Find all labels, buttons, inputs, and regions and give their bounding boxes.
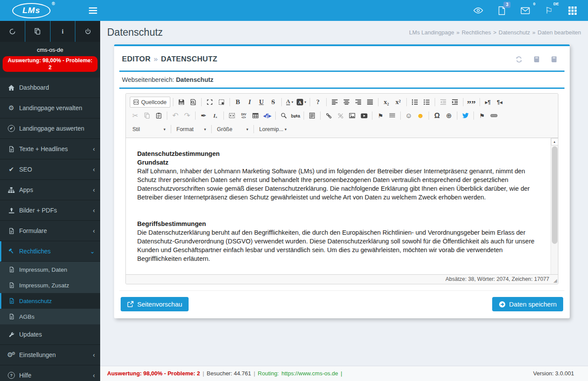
daten-speichern-button[interactable]: Daten speichern xyxy=(492,297,563,311)
panel-book-button-1[interactable] xyxy=(533,56,540,63)
find-button[interactable] xyxy=(278,110,289,121)
about-button[interactable]: ? xyxy=(313,97,324,108)
submenu-item-agbs[interactable]: AGBs xyxy=(0,309,100,324)
bold-button[interactable]: B xyxy=(233,97,243,108)
bg-color-button[interactable]: A▾ xyxy=(296,97,307,108)
templates-button[interactable] xyxy=(226,110,237,121)
select-all-button[interactable] xyxy=(307,110,318,121)
div-container-button[interactable]: DIV</> xyxy=(238,110,249,121)
lms-logo[interactable]: LMs ® xyxy=(12,3,51,18)
align-center-button[interactable] xyxy=(341,97,352,108)
format-dropdown[interactable]: Format▾ xyxy=(173,124,209,135)
submenu-item-datenschutz[interactable]: Datenschutz xyxy=(0,293,100,309)
lorem-dropdown[interactable]: Loremip...▾ xyxy=(256,124,289,135)
sidebar-item-apps[interactable]: Apps ‹ xyxy=(0,180,100,200)
line-spacing-button[interactable] xyxy=(387,110,398,121)
submenu-item-impressum-daten[interactable]: Impressum, Daten xyxy=(0,262,100,277)
size-dropdown[interactable]: Größe▾ xyxy=(214,124,251,135)
align-justify-button[interactable] xyxy=(365,97,375,108)
evaluation-status-badge[interactable]: Auswertung: 98,00% - Probleme: 2 xyxy=(3,56,98,72)
anchor-flag-button[interactable]: ⚑ xyxy=(476,110,487,121)
redo-button[interactable]: ↷ xyxy=(182,110,193,121)
replace-button[interactable]: b⇄a xyxy=(290,110,301,121)
special-char-button[interactable]: Ω xyxy=(432,110,443,121)
outdent-button[interactable] xyxy=(438,97,449,108)
sidebar-item-rechtliches[interactable]: Rechtliches ⌄ xyxy=(0,241,100,262)
refresh-button[interactable] xyxy=(0,21,25,42)
sidebar-item-updates[interactable]: Updates xyxy=(0,324,100,345)
copy-pages-button[interactable] xyxy=(25,21,50,42)
bidi-ltr-button[interactable]: ▸¶ xyxy=(483,97,493,108)
italic-button[interactable]: I xyxy=(244,97,255,108)
editor-scrollbar[interactable]: ▲ xyxy=(551,138,558,274)
editor-content[interactable]: Datenschutzbestimmungen Grundsatz Ralf L… xyxy=(126,138,551,274)
breadcrumb-item[interactable]: Datenschutz xyxy=(499,29,530,36)
footer-routing-link[interactable]: https://www.cms-os.de xyxy=(281,370,338,377)
link-button[interactable] xyxy=(323,110,334,121)
bulleted-list-button[interactable] xyxy=(421,97,432,108)
indent-button[interactable] xyxy=(449,97,460,108)
copy-formatting-button[interactable]: ✒ xyxy=(198,110,209,121)
bidi-rtl-button[interactable]: ¶◂ xyxy=(494,97,505,108)
messages-button[interactable]: 0 xyxy=(520,5,531,16)
emoji-button[interactable]: ☻ xyxy=(415,110,426,121)
gear-icon: ⚙ xyxy=(7,104,16,112)
panel-book-button-2[interactable] xyxy=(551,56,558,63)
flag-button[interactable]: ⚑ xyxy=(375,110,386,121)
globe-button[interactable]: ⊕ xyxy=(443,110,454,121)
underline-button[interactable]: U xyxy=(256,97,267,108)
align-left-button[interactable] xyxy=(329,97,340,108)
align-right-button[interactable] xyxy=(353,97,364,108)
source-button[interactable]: Quellcode xyxy=(130,97,170,108)
language-button[interactable]: ⚐ DE xyxy=(544,5,554,16)
sidebar-item-bilder-pdfs[interactable]: Bilder + PDFs ‹ xyxy=(0,200,100,221)
sidebar-toggle-button[interactable] xyxy=(85,3,100,18)
sidebar-item-landingpage-verwalten[interactable]: ⚙ Landingpage verwalten xyxy=(0,98,100,118)
sidebar-item-dashboard[interactable]: Dashboard xyxy=(0,78,100,98)
paste-button[interactable] xyxy=(153,110,164,121)
remove-format-button[interactable]: Iₓ xyxy=(210,110,221,121)
preview-button[interactable] xyxy=(188,97,199,108)
sidebar-item-landingpage-auswerten[interactable]: ✔ Landingpage auswerten xyxy=(0,118,100,139)
twitter-button[interactable] xyxy=(460,110,471,121)
copy-button[interactable] xyxy=(142,110,152,121)
style-dropdown[interactable]: Stil▾ xyxy=(129,124,169,135)
subscript-button[interactable]: x₂ xyxy=(381,97,392,108)
info-button[interactable]: i xyxy=(50,21,75,42)
superscript-button[interactable]: x² xyxy=(393,97,404,108)
pages-button[interactable]: 3 xyxy=(497,5,507,16)
smiley-button[interactable]: ☺ xyxy=(403,110,414,121)
unlink-button[interactable] xyxy=(335,110,346,121)
table-button[interactable] xyxy=(250,110,261,121)
show-blocks-button[interactable] xyxy=(216,97,227,108)
panel-refresh-button[interactable] xyxy=(515,56,523,63)
magicline-button[interactable]: ◂¶▸ xyxy=(262,110,273,121)
maximize-button[interactable] xyxy=(204,97,215,108)
breadcrumb-separator: » xyxy=(532,29,535,36)
cut-button[interactable]: ✂ xyxy=(130,110,141,121)
sidebar-item-formulare[interactable]: Formulare ‹ xyxy=(0,221,100,241)
apps-grid-button[interactable] xyxy=(567,5,578,16)
scroll-up-button[interactable]: ▲ xyxy=(551,138,558,145)
sidebar-item-einstellungen[interactable]: ⚙⚙ Einstellungen ‹ xyxy=(0,345,100,365)
sidebar-item-seo[interactable]: ✔ SEO ‹ xyxy=(0,159,100,180)
breadcrumb-item[interactable]: LMs Landingpage xyxy=(409,29,454,36)
breadcrumb-item[interactable]: Rechtliches xyxy=(462,29,491,36)
blockquote-button[interactable]: ”” xyxy=(466,97,477,108)
youtube-button[interactable] xyxy=(358,110,369,121)
seitenvorschau-button[interactable]: Seitenvorschau xyxy=(121,297,189,311)
image-button[interactable] xyxy=(347,110,358,121)
text-color-button[interactable]: A▾ xyxy=(284,97,295,108)
horizontal-rule-button[interactable] xyxy=(488,110,499,121)
numbered-list-button[interactable] xyxy=(409,97,420,108)
resize-grip[interactable]: ◢ xyxy=(554,278,557,283)
undo-button[interactable]: ↶ xyxy=(170,110,181,121)
logout-button[interactable] xyxy=(75,21,100,42)
submenu-item-impressum-zusatz[interactable]: Impressum, Zusatz xyxy=(0,277,100,293)
sidebar-item-hilfe[interactable]: ? Hilfe ‹ xyxy=(0,365,100,381)
scrollbar-thumb[interactable] xyxy=(552,146,558,244)
sidebar-item-texte-headlines[interactable]: Texte + Headlines ‹ xyxy=(0,139,100,159)
save-button[interactable] xyxy=(176,97,187,108)
strikethrough-button[interactable]: S xyxy=(268,97,279,108)
preview-eye-button[interactable] xyxy=(473,5,483,16)
